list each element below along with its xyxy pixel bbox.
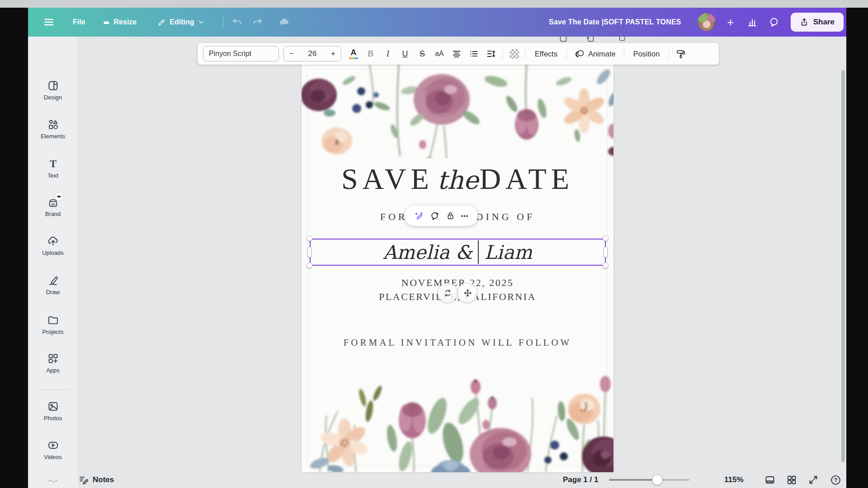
zoom-level[interactable]: 115% [724, 475, 744, 484]
projects-folder-icon [47, 314, 59, 326]
font-size-value[interactable]: 26 [308, 49, 317, 58]
document-title[interactable]: Save The Date |SOFT PASTEL TONES [549, 18, 681, 26]
file-menu-label: File [73, 18, 85, 26]
sidebar-item-elements[interactable]: Elements [28, 118, 78, 140]
sidebar-item-brand[interactable]: co Brand [28, 196, 78, 217]
card-title-save-the-date[interactable]: SAVEtheDATE [302, 162, 613, 196]
line-spacing-button[interactable] [482, 45, 500, 62]
toolbar-separator [624, 47, 624, 60]
redo-button[interactable] [252, 17, 263, 28]
toolbar-separator [525, 47, 526, 60]
sidebar-divider [34, 389, 71, 390]
resize-button[interactable]: Resize [103, 18, 137, 26]
sidebar-label: Design [28, 94, 78, 101]
page-indicator: Page 1 / 1 [563, 475, 598, 484]
notes-button[interactable]: Notes [79, 475, 114, 485]
selection-handle-bottom-left[interactable] [307, 263, 312, 268]
notes-label: Notes [93, 475, 114, 484]
design-canvas-page[interactable]: SAVEtheDATE FOR THE WEDDING OF ••• Ameli… [302, 63, 613, 472]
draw-icon [47, 274, 59, 286]
move-handle-button[interactable] [458, 283, 477, 303]
sidebar-item-draw[interactable]: Draw [28, 274, 78, 296]
sidebar-label: Projects [28, 328, 78, 335]
zoom-slider[interactable] [609, 479, 689, 481]
comments-button[interactable] [767, 15, 781, 29]
sidebar-label: Photos [28, 415, 78, 422]
sidebar-label: Uploads [28, 249, 78, 256]
bottom-status-bar: Notes Page 1 / 1 115% [28, 472, 846, 488]
copy-style-button[interactable] [672, 45, 689, 62]
position-button[interactable]: Position [627, 50, 666, 58]
sidebar-item-apps[interactable]: Apps [28, 352, 78, 374]
sidebar-item-design[interactable]: Design [28, 80, 78, 101]
sidebar-item-uploads[interactable]: Uploads [28, 235, 78, 256]
file-menu-button[interactable]: File [73, 18, 85, 26]
line-spacing-icon [486, 49, 496, 59]
transparency-button[interactable] [505, 45, 523, 62]
sidebar-item-text[interactable]: T Text [28, 158, 78, 179]
undo-button[interactable] [231, 17, 242, 28]
grid-view-button[interactable] [786, 474, 797, 486]
selection-handle-right[interactable] [604, 247, 608, 258]
card-footer-line[interactable]: FORMAL INVITATION WILL FOLLOW [302, 337, 613, 348]
magic-edit-icon[interactable] [414, 211, 424, 221]
chevron-down-icon [198, 19, 205, 26]
alignment-button[interactable] [448, 45, 465, 62]
bullet-list-icon [469, 49, 479, 59]
selection-handle-top-left[interactable] [307, 235, 312, 241]
sidebar-label: Elements [28, 133, 78, 140]
move-icon [463, 289, 472, 297]
font-size-increase-button[interactable]: + [331, 49, 335, 58]
text-case-button[interactable]: aA [431, 45, 448, 62]
text-color-button[interactable]: A [345, 45, 362, 62]
font-size-decrease-button[interactable]: − [289, 49, 294, 58]
apps-icon [47, 352, 59, 365]
text-icon-glyph: T [49, 158, 56, 169]
presentation-view-button[interactable] [764, 474, 776, 486]
help-button[interactable]: ? [830, 474, 841, 486]
rotate-handle-button[interactable] [438, 283, 458, 303]
element-actions-pill: ••• [405, 206, 478, 226]
more-options-icon[interactable]: ••• [461, 212, 469, 219]
sidebar-item-projects[interactable]: Projects [28, 314, 78, 335]
effects-button[interactable]: Effects [528, 50, 564, 58]
crown-icon [57, 194, 61, 199]
italic-button[interactable]: I [379, 45, 396, 62]
share-button[interactable]: Share [791, 13, 844, 32]
editing-mode-dropdown[interactable]: Editing [157, 18, 205, 27]
fullscreen-button[interactable] [807, 474, 819, 486]
toolbar-separator [566, 47, 567, 60]
zoom-slider-thumb[interactable] [652, 475, 662, 485]
selection-handle-left[interactable] [307, 247, 311, 258]
bottom-floral-illustration [302, 357, 613, 472]
uploads-icon [47, 235, 59, 247]
font-family-selector[interactable]: Pinyon Script [203, 46, 279, 61]
bold-button[interactable]: B [362, 45, 379, 62]
main-menu-button[interactable] [43, 16, 55, 28]
user-avatar[interactable] [698, 13, 716, 31]
crown-icon [103, 19, 110, 26]
transparency-checker-icon [509, 49, 519, 59]
animate-button[interactable]: Animate [570, 49, 621, 59]
canvas-vertical-scrollbar[interactable] [841, 70, 845, 462]
hamburger-menu-icon [43, 16, 55, 28]
name-right-text[interactable]: Liam [484, 241, 532, 263]
underline-button[interactable]: U [396, 45, 414, 62]
design-icon [47, 80, 59, 92]
selected-text-box[interactable]: Amelia & Liam [310, 239, 606, 266]
selection-handle-top-right[interactable] [603, 235, 609, 241]
sidebar-item-photos[interactable]: Photos [28, 400, 78, 422]
name-left-text[interactable]: Amelia & [383, 241, 473, 263]
comment-add-icon[interactable] [430, 211, 440, 221]
save-status-indicator [278, 16, 290, 28]
sidebar-item-videos[interactable]: Videos [28, 439, 78, 460]
lock-icon[interactable] [446, 211, 455, 221]
strikethrough-button[interactable]: S [414, 45, 431, 62]
selection-handle-bottom-right[interactable] [603, 263, 609, 268]
add-member-button[interactable]: + [724, 15, 737, 29]
insights-button[interactable] [745, 15, 759, 29]
top-navigation-bar: File Resize Editing Save Th [28, 8, 846, 37]
zoom-level-value: 115% [724, 475, 744, 484]
notes-icon [79, 475, 89, 485]
bullet-list-button[interactable] [465, 45, 482, 62]
